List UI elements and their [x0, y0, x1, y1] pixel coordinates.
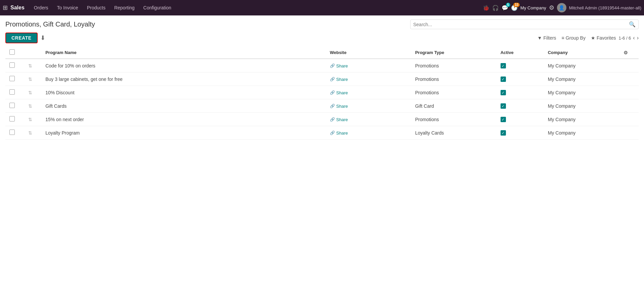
share-button-2[interactable]: 🔗 Share: [330, 90, 348, 95]
search-input[interactable]: [413, 22, 629, 27]
next-page-button[interactable]: ›: [637, 35, 639, 41]
row-settings-1: [619, 72, 639, 86]
row-checkbox-cell-4[interactable]: [5, 113, 24, 126]
subheader: Promotions, Gift Card, Loyalty 🔍: [0, 15, 644, 29]
share-button-1[interactable]: 🔗 Share: [330, 77, 348, 82]
filters-button[interactable]: ▼ Filters: [538, 35, 556, 41]
headset-icon[interactable]: 🎧: [492, 5, 499, 11]
share-icon-0: 🔗: [330, 63, 335, 68]
row-handle-cell-2[interactable]: ⇅: [24, 86, 41, 99]
column-settings-header[interactable]: ⚙: [619, 47, 639, 59]
row-checkbox-5[interactable]: [9, 130, 15, 135]
row-checkbox-1[interactable]: [9, 76, 15, 81]
share-button-3[interactable]: 🔗 Share: [330, 104, 348, 109]
active-checkbox-4[interactable]: ✓: [501, 117, 506, 122]
row-checkbox-2[interactable]: [9, 89, 15, 95]
active-checkbox-5[interactable]: ✓: [501, 130, 506, 136]
table-row: ⇅ Buy 3 large cabinets, get one for free…: [5, 72, 639, 86]
groupby-button[interactable]: ≡ Group By: [562, 35, 586, 41]
nav-configuration[interactable]: Configuration: [139, 3, 175, 12]
row-handle-cell-3[interactable]: ⇅: [24, 99, 41, 113]
clock-icon[interactable]: 🕐33: [511, 5, 518, 11]
row-website-5[interactable]: 🔗 Share: [326, 126, 411, 140]
share-button-4[interactable]: 🔗 Share: [330, 117, 348, 122]
drag-handle-icon-0[interactable]: ⇅: [28, 63, 32, 68]
row-company-2: My Company: [544, 86, 620, 99]
program-type-header[interactable]: Program Type: [411, 47, 497, 59]
row-settings-4: [619, 113, 639, 126]
create-button[interactable]: CREATE: [5, 33, 38, 43]
row-checkbox-cell-5[interactable]: [5, 126, 24, 140]
brand-label: Sales: [10, 5, 25, 11]
select-all-checkbox[interactable]: [9, 49, 15, 55]
share-icon-1: 🔗: [330, 77, 335, 82]
prev-page-button[interactable]: ‹: [633, 35, 635, 41]
row-active-3[interactable]: ✓: [497, 99, 544, 113]
nav-reporting[interactable]: Reporting: [110, 3, 139, 12]
row-checkbox-cell-1[interactable]: [5, 72, 24, 86]
row-name-0[interactable]: Code for 10% on orders: [41, 59, 326, 72]
row-name-3[interactable]: Gift Cards: [41, 99, 326, 113]
company-header[interactable]: Company: [544, 47, 620, 59]
program-name-header[interactable]: Program Name: [41, 47, 326, 59]
share-button-5[interactable]: 🔗 Share: [330, 131, 348, 136]
apps-icon[interactable]: ⊞: [3, 4, 8, 11]
row-website-4[interactable]: 🔗 Share: [326, 113, 411, 126]
favorites-button[interactable]: ★ Favorites: [591, 35, 616, 41]
share-button-0[interactable]: 🔗 Share: [330, 63, 348, 68]
drag-handle-icon-1[interactable]: ⇅: [28, 77, 32, 82]
row-website-3[interactable]: 🔗 Share: [326, 99, 411, 113]
row-checkbox-cell-3[interactable]: [5, 99, 24, 113]
row-checkbox-4[interactable]: [9, 116, 15, 121]
row-handle-cell-5[interactable]: ⇅: [24, 126, 41, 140]
row-active-0[interactable]: ✓: [497, 59, 544, 72]
row-handle-cell-0[interactable]: ⇅: [24, 59, 41, 72]
row-company-1: My Company: [544, 72, 620, 86]
row-type-2: Promotions: [411, 86, 497, 99]
row-website-2[interactable]: 🔗 Share: [326, 86, 411, 99]
row-name-2[interactable]: 10% Discount: [41, 86, 326, 99]
nav-products[interactable]: Products: [83, 3, 110, 12]
drag-handle-icon-3[interactable]: ⇅: [28, 103, 32, 109]
row-website-1[interactable]: 🔗 Share: [326, 72, 411, 86]
page-title: Promotions, Gift Card, Loyalty: [5, 20, 95, 28]
table-container: Program Name Website Program Type Active…: [0, 47, 644, 140]
row-name-5[interactable]: Loyalty Program: [41, 126, 326, 140]
tools-icon[interactable]: ⚙: [549, 4, 554, 11]
row-name-4[interactable]: 15% on next order: [41, 113, 326, 126]
row-handle-cell-4[interactable]: ⇅: [24, 113, 41, 126]
search-bar[interactable]: 🔍: [410, 19, 639, 29]
active-checkbox-3[interactable]: ✓: [501, 103, 506, 109]
row-settings-2: [619, 86, 639, 99]
star-icon: ★: [591, 35, 595, 41]
row-checkbox-0[interactable]: [9, 62, 15, 68]
active-checkbox-0[interactable]: ✓: [501, 63, 506, 68]
row-name-1[interactable]: Buy 3 large cabinets, get one for free: [41, 72, 326, 86]
download-icon[interactable]: ⬇: [40, 34, 45, 42]
chat-icon[interactable]: 💬5: [502, 5, 508, 11]
row-checkbox-cell-2[interactable]: [5, 86, 24, 99]
drag-handle-icon-4[interactable]: ⇅: [28, 117, 32, 122]
row-active-1[interactable]: ✓: [497, 72, 544, 86]
drag-handle-icon-5[interactable]: ⇅: [28, 130, 32, 136]
row-type-5: Loyalty Cards: [411, 126, 497, 140]
row-checkbox-3[interactable]: [9, 103, 15, 108]
row-handle-cell-1[interactable]: ⇅: [24, 72, 41, 86]
row-active-5[interactable]: ✓: [497, 126, 544, 140]
active-header[interactable]: Active: [497, 47, 544, 59]
row-website-0[interactable]: 🔗 Share: [326, 59, 411, 72]
nav-orders[interactable]: Orders: [30, 3, 52, 12]
bug-icon[interactable]: 🐞: [483, 5, 489, 11]
settings-icon[interactable]: ⚙: [624, 50, 628, 55]
row-active-2[interactable]: ✓: [497, 86, 544, 99]
handle-header: [24, 47, 41, 59]
select-all-header[interactable]: [5, 47, 24, 59]
active-checkbox-2[interactable]: ✓: [501, 90, 506, 95]
table-row: ⇅ 10% Discount 🔗 Share Promotions ✓ My C…: [5, 86, 639, 99]
row-checkbox-cell-0[interactable]: [5, 59, 24, 72]
drag-handle-icon-2[interactable]: ⇅: [28, 90, 32, 95]
website-header[interactable]: Website: [326, 47, 411, 59]
nav-to-invoice[interactable]: To Invoice: [53, 3, 82, 12]
row-active-4[interactable]: ✓: [497, 113, 544, 126]
active-checkbox-1[interactable]: ✓: [501, 77, 506, 82]
